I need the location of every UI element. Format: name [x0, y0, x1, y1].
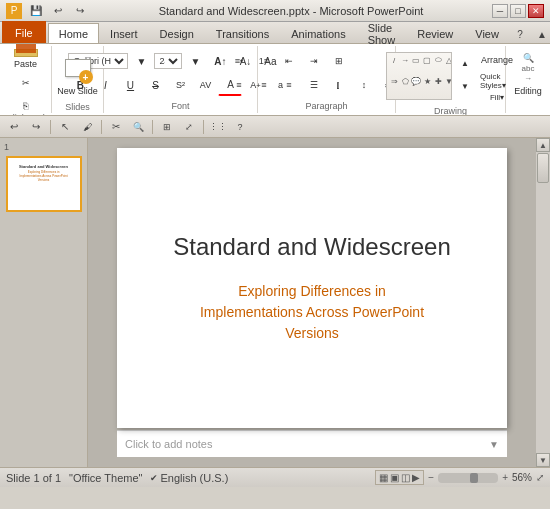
tab-design[interactable]: Design — [149, 23, 205, 43]
shapes-scroll-up[interactable]: ▲ — [453, 52, 477, 74]
slide-info: Slide 1 of 1 — [6, 472, 61, 484]
numbering-btn[interactable]: 1≡ — [252, 50, 276, 72]
qa-help-btn[interactable]: ? — [230, 118, 250, 136]
shape-arrow[interactable]: → — [400, 55, 410, 65]
zoom-thumb[interactable] — [470, 473, 478, 483]
shape-more[interactable]: ▼ — [444, 77, 452, 87]
view-normal-btn[interactable]: ▦ — [379, 472, 388, 483]
font-size-dropdown-btn[interactable]: ▼ — [183, 50, 207, 72]
cut-btn[interactable]: ✂ — [14, 72, 38, 94]
qa-pointer-btn[interactable]: ↖ — [55, 118, 75, 136]
tab-transitions[interactable]: Transitions — [205, 23, 280, 43]
justify-btn[interactable]: ☰ — [302, 74, 326, 96]
close-btn[interactable]: ✕ — [528, 4, 544, 18]
slide-number: 1 — [4, 142, 9, 152]
qa-fit-btn[interactable]: ⤢ — [179, 118, 199, 136]
scroll-down-btn[interactable]: ▼ — [536, 453, 550, 467]
notes-placeholder: Click to add notes — [125, 438, 212, 450]
scroll-track — [536, 152, 550, 453]
slide-panel: 1 Standard and Widescreen Exploring Diff… — [0, 138, 88, 467]
shapes-scroll-down[interactable]: ▼ — [453, 75, 477, 97]
app-icon: P — [6, 3, 22, 19]
tab-slideshow[interactable]: Slide Show — [357, 23, 407, 43]
font-size-select[interactable]: 24 — [154, 53, 182, 69]
status-right: ▦ ▣ ◫ ▶ − + 56% ⤢ — [375, 470, 544, 485]
tab-animations[interactable]: Animations — [280, 23, 356, 43]
tab-view[interactable]: View — [464, 23, 510, 43]
shape-rounded-rect[interactable]: ▢ — [422, 55, 432, 65]
char-spacing-btn[interactable]: AV — [193, 74, 217, 96]
tab-insert[interactable]: Insert — [99, 23, 149, 43]
status-left: Slide 1 of 1 "Office Theme" ✔ English (U… — [6, 472, 228, 484]
quick-redo-btn[interactable]: ↪ — [70, 2, 90, 20]
qa-undo-btn[interactable]: ↩ — [4, 118, 24, 136]
shape-oval[interactable]: ⬭ — [433, 55, 443, 65]
bullets-btn[interactable]: ≡• — [227, 50, 251, 72]
shape-triangle[interactable]: △ — [444, 55, 452, 65]
convert-to-smartart-btn[interactable]: ⊞ — [327, 50, 351, 72]
drawing-group: / → ▭ ▢ ⬭ △ ⇒ ⬠ 💬 ★ ✚ ▼ ▲ — [396, 46, 506, 113]
tab-file[interactable]: File — [2, 21, 46, 43]
increase-indent-btn[interactable]: ⇥ — [302, 50, 326, 72]
qa-redo-btn[interactable]: ↪ — [26, 118, 46, 136]
font-dropdown-btn[interactable]: ▼ — [129, 50, 153, 72]
zoom-in-btn[interactable]: + — [502, 472, 508, 483]
paragraph-group: ≡• 1≡ ⇤ ⇥ ⊞ ≡ ≡ ≡ ☰ ⫿ ↕ ⇄ ⊤ Paragraph — [258, 46, 396, 113]
ribbon-help-btn[interactable]: ? — [510, 25, 530, 43]
decrease-indent-btn[interactable]: ⇤ — [277, 50, 301, 72]
slide-canvas[interactable]: Standard and Widescreen Exploring Differ… — [117, 148, 507, 428]
slide-thumbnail[interactable]: Standard and Widescreen Exploring Differ… — [6, 156, 82, 212]
tab-review[interactable]: Review — [406, 23, 464, 43]
quick-save-btn[interactable]: 💾 — [26, 2, 46, 20]
align-center-btn[interactable]: ≡ — [252, 74, 276, 96]
view-present-btn[interactable]: ▶ — [412, 472, 420, 483]
qa-separator-1 — [50, 120, 51, 134]
view-slide-btn[interactable]: ▣ — [390, 472, 399, 483]
maximize-btn[interactable]: □ — [510, 4, 526, 18]
ribbon-collapse-btn[interactable]: ▲ — [532, 25, 550, 43]
notes-scroll-btn[interactable]: ▼ — [489, 439, 499, 450]
main-area: 1 Standard and Widescreen Exploring Diff… — [0, 138, 550, 467]
quick-undo-btn[interactable]: ↩ — [48, 2, 68, 20]
zoom-slider[interactable] — [438, 473, 498, 483]
qa-grid-btn[interactable]: ⋮⋮ — [208, 118, 228, 136]
line-spacing-btn[interactable]: ↕ — [352, 74, 376, 96]
scroll-thumb[interactable] — [537, 153, 549, 183]
scroll-up-btn[interactable]: ▲ — [536, 138, 550, 152]
notes-area[interactable]: Click to add notes ▼ — [117, 430, 507, 457]
editing-btn[interactable]: 🔍 abc → Editing — [509, 48, 547, 99]
theme-info: "Office Theme" — [69, 472, 142, 484]
shape-star[interactable]: ★ — [422, 77, 432, 87]
shapes-gallery[interactable]: / → ▭ ▢ ⬭ △ ⇒ ⬠ 💬 ★ ✚ ▼ — [386, 52, 452, 100]
spell-check-icon: ✔ — [150, 473, 158, 483]
shape-cross[interactable]: ✚ — [433, 77, 443, 87]
qa-view-btn[interactable]: ⊞ — [157, 118, 177, 136]
shape-right-arrow[interactable]: ⇒ — [389, 77, 399, 87]
italic-btn[interactable]: I — [93, 74, 117, 96]
align-left-btn[interactable]: ≡ — [227, 74, 251, 96]
shape-line[interactable]: / — [389, 55, 399, 65]
canvas-container: Standard and Widescreen Exploring Differ… — [88, 138, 550, 467]
window-title: Standard and Widescreen.pptx - Microsoft… — [90, 5, 492, 17]
slide-subtitle: Exploring Differences inImplementations … — [200, 281, 424, 344]
shape-rect[interactable]: ▭ — [411, 55, 421, 65]
qa-brush-btn[interactable]: 🖌 — [77, 118, 97, 136]
status-bar: Slide 1 of 1 "Office Theme" ✔ English (U… — [0, 467, 550, 487]
fit-window-btn[interactable]: ⤢ — [536, 472, 544, 483]
view-reading-btn[interactable]: ◫ — [401, 472, 410, 483]
align-right-btn[interactable]: ≡ — [277, 74, 301, 96]
slides-label: Slides — [65, 100, 90, 112]
shape-pentagon[interactable]: ⬠ — [400, 77, 410, 87]
qa-zoom-in-btn[interactable]: 🔍 — [128, 118, 148, 136]
zoom-out-btn[interactable]: − — [428, 472, 434, 483]
strikethrough-btn[interactable]: S — [143, 74, 167, 96]
tab-home[interactable]: Home — [48, 23, 99, 43]
minimize-btn[interactable]: ─ — [492, 4, 508, 18]
shape-callout[interactable]: 💬 — [411, 77, 421, 87]
qa-cut-btn[interactable]: ✂ — [106, 118, 126, 136]
columns-btn[interactable]: ⫿ — [327, 74, 351, 96]
zoom-percent: 56% — [512, 472, 532, 483]
shadow-btn[interactable]: S² — [168, 74, 192, 96]
underline-btn[interactable]: U — [118, 74, 142, 96]
paste-btn[interactable]: Paste — [4, 44, 48, 70]
